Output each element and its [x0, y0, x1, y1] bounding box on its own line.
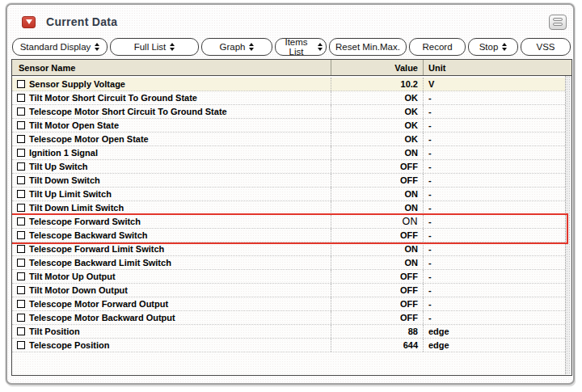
toolbar-button-standard-display[interactable]: Standard Display — [12, 38, 108, 56]
table-row[interactable]: Tilt Motor Down OutputOFF- — [12, 284, 571, 297]
sensor-unit: - — [423, 270, 565, 283]
sensor-unit: - — [423, 297, 565, 310]
toolbar-button-full-list[interactable]: Full List — [110, 38, 199, 56]
toolbar-button-record[interactable]: Record — [409, 38, 466, 56]
button-label: Record — [422, 42, 452, 52]
table-row[interactable]: Telescope Motor Open StateOK- — [12, 133, 571, 146]
col-header-value: Value — [331, 60, 423, 75]
toolbar-button-vss[interactable]: VSS — [521, 38, 571, 56]
table-row[interactable]: Telescope Backward SwitchOFF- — [12, 229, 571, 242]
row-checkbox[interactable] — [17, 314, 25, 322]
sensor-unit: - — [423, 284, 565, 297]
sensor-unit: - — [423, 133, 565, 145]
sensor-name-cell: Tilt Motor Down Output — [12, 284, 331, 297]
row-checkbox[interactable] — [17, 341, 25, 349]
table-row[interactable]: Telescope Position644edge — [12, 339, 571, 352]
vertical-scrollbar[interactable] — [565, 76, 571, 374]
toolbar-button-items-list[interactable]: Items List — [275, 38, 327, 56]
row-checkbox[interactable] — [17, 121, 25, 129]
row-checkbox[interactable] — [17, 176, 25, 184]
row-checkbox[interactable] — [17, 217, 25, 226]
table-row[interactable]: Telescope Motor Backward OutputOFF- — [12, 311, 571, 325]
button-label: Graph — [220, 42, 246, 52]
row-checkbox[interactable] — [17, 245, 25, 253]
row-checkbox[interactable] — [17, 107, 25, 116]
table-row[interactable]: Ignition 1 SignalON- — [12, 146, 571, 160]
sensor-name-cell: Tilt Motor Open State — [12, 119, 331, 132]
sensor-value: OK — [331, 105, 423, 118]
table-row[interactable]: Telescope Motor Forward OutputOFF- — [12, 297, 571, 311]
sensor-name: Tilt Position — [29, 327, 80, 336]
spinner-arrows-icon — [249, 43, 254, 51]
table-row[interactable]: Sensor Supply Voltage10.2V — [12, 78, 571, 91]
sensor-name-cell: Sensor Supply Voltage — [12, 78, 331, 91]
sensor-unit: - — [423, 174, 565, 187]
sensor-unit: V — [423, 78, 565, 91]
sensor-name-cell: Telescope Motor Forward Output — [12, 297, 331, 310]
sensor-name-cell: Telescope Motor Open State — [12, 133, 331, 145]
row-checkbox[interactable] — [17, 286, 25, 294]
toolbar-button-stop[interactable]: Stop — [468, 38, 518, 56]
row-checkbox[interactable] — [17, 204, 25, 212]
sensor-value: OFF — [331, 174, 423, 187]
sensor-value: OK — [331, 133, 423, 145]
row-checkbox[interactable] — [17, 149, 25, 157]
row-checkbox[interactable] — [17, 327, 25, 335]
sensor-unit: - — [423, 188, 565, 200]
spinner-arrows-icon — [170, 43, 175, 51]
sensor-name: Tilt Down Switch — [29, 175, 100, 185]
row-checkbox[interactable] — [17, 231, 25, 239]
sensor-unit: - — [423, 146, 565, 159]
red-dropdown-icon[interactable] — [22, 16, 36, 28]
sensor-value: 88 — [331, 325, 423, 338]
sensor-value: OK — [331, 91, 423, 104]
title-bar: Current Data — [22, 11, 567, 32]
button-label: Full List — [134, 42, 167, 52]
row-checkbox[interactable] — [17, 162, 25, 171]
sensor-name-cell: Telescope Position — [12, 339, 331, 352]
button-label: Standard Display — [20, 42, 91, 52]
sensor-value: OFF — [331, 160, 423, 173]
sensor-name-cell: Tilt Motor Up Output — [12, 270, 331, 283]
toolbar-button-reset-min-max[interactable]: Reset Min.Max. — [329, 38, 407, 56]
button-label: Items List — [279, 37, 314, 57]
list-view-icon[interactable] — [549, 15, 567, 30]
sensor-value: OFF — [331, 311, 423, 324]
sensor-name: Tilt Down Limit Switch — [29, 203, 124, 213]
sensor-name-cell: Tilt Motor Short Circuit To Ground State — [12, 91, 331, 104]
table-row[interactable]: Tilt Motor Short Circuit To Ground State… — [12, 91, 571, 105]
row-checkbox[interactable] — [17, 259, 25, 267]
table-row[interactable]: Telescope Motor Short Circuit To Ground … — [12, 105, 571, 119]
sensor-name: Tilt Up Switch — [29, 162, 88, 171]
sensor-value: OFF — [331, 284, 423, 297]
table-row[interactable]: Tilt Up SwitchOFF- — [12, 160, 571, 174]
sensor-name: Telescope Motor Forward Output — [29, 299, 168, 309]
toolbar-button-graph[interactable]: Graph — [201, 38, 272, 56]
panel-title: Current Data — [46, 15, 117, 28]
toolbar: Standard DisplayFull ListGraphItems List… — [12, 38, 571, 56]
sensor-name: Telescope Backward Limit Switch — [29, 258, 171, 268]
table-row[interactable]: Telescope Backward Limit SwitchON- — [12, 256, 571, 270]
sensor-name-cell: Telescope Forward Switch — [12, 215, 331, 228]
table-row[interactable]: Tilt Down SwitchOFF- — [12, 174, 571, 188]
row-checkbox[interactable] — [17, 190, 25, 198]
sensor-name: Telescope Position — [29, 340, 109, 350]
row-checkbox[interactable] — [17, 272, 25, 280]
table-row[interactable]: Tilt Motor Up OutputOFF- — [12, 270, 571, 284]
row-checkbox[interactable] — [17, 135, 25, 143]
sensor-name: Tilt Motor Down Output — [29, 285, 128, 295]
table-row[interactable]: Telescope Forward Limit SwitchON- — [12, 242, 571, 256]
row-checkbox[interactable] — [17, 300, 25, 308]
table-body: Sensor Supply Voltage10.2VTilt Motor Sho… — [12, 76, 571, 374]
sensor-unit: edge — [423, 325, 565, 338]
sensor-name: Tilt Motor Open State — [29, 120, 119, 130]
table-row[interactable]: Tilt Position88edge — [12, 325, 571, 339]
table-row[interactable]: Tilt Down Limit SwitchON- — [12, 201, 571, 215]
row-checkbox[interactable] — [17, 94, 25, 102]
table-row[interactable]: Tilt Motor Open StateOK- — [12, 119, 571, 133]
sensor-unit: - — [423, 201, 565, 214]
sensor-name-cell: Telescope Forward Limit Switch — [12, 242, 331, 255]
table-row[interactable]: Telescope Forward SwitchON- — [12, 215, 571, 229]
table-row[interactable]: Tilt Up Limit SwitchON- — [12, 188, 571, 201]
row-checkbox[interactable] — [17, 80, 25, 88]
